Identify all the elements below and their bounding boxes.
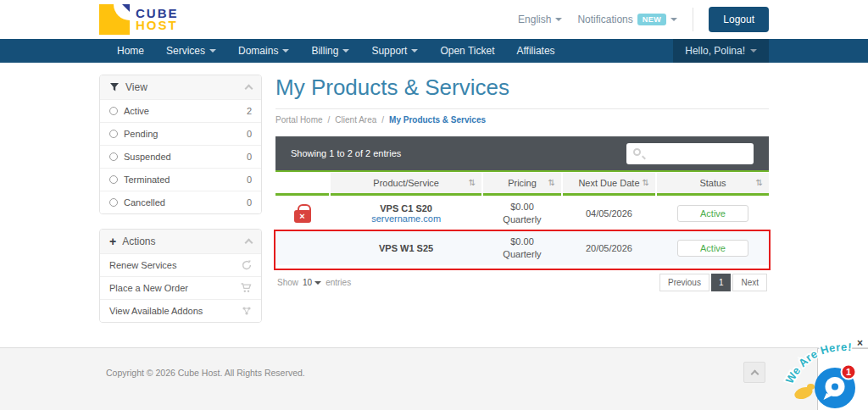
action-place-new-order[interactable]: Place a New Order — [100, 276, 261, 299]
nav-label: Services — [166, 45, 205, 57]
action-renew-services[interactable]: Renew Services — [100, 253, 261, 276]
radio-icon — [109, 175, 118, 184]
user-menu[interactable]: Hello, Polina! — [673, 39, 769, 63]
chat-widget[interactable]: 1 We Are Here! — [783, 332, 868, 410]
table-search-input[interactable] — [626, 143, 754, 164]
chat-close-button[interactable]: × — [857, 337, 863, 349]
previous-page-button[interactable]: Previous — [659, 274, 709, 291]
billing-cycle: Quarterly — [483, 213, 561, 226]
logout-button[interactable]: Logout — [709, 7, 769, 32]
nav-item-affiliates[interactable]: Affiliates — [505, 39, 565, 63]
language-selector[interactable]: English — [518, 14, 562, 25]
next-due-date: 20/05/2026 — [563, 243, 655, 253]
nav-item-services[interactable]: Services — [155, 39, 227, 63]
page-size-select[interactable]: 10 — [303, 278, 321, 287]
header-label: Pricing — [508, 178, 537, 188]
products-table: Showing 1 to 2 of 2 entries Product/Serv… — [275, 136, 769, 291]
table-row[interactable]: VPS W1 S25 $0.00 Quarterly 20/05/2026 Ac… — [275, 230, 769, 265]
filter-label: Active — [124, 106, 149, 116]
header-label: Status — [699, 178, 726, 188]
table-header-row: Product/Service ⇅ Pricing ⇅ Next Due Dat… — [275, 173, 769, 196]
filter-suspended[interactable]: Suspended 0 — [100, 145, 261, 168]
sort-icon: ⇅ — [548, 178, 555, 187]
notifications-menu[interactable]: Notifications NEW — [577, 14, 677, 25]
nav-label: Open Ticket — [440, 45, 494, 57]
filter-label: Cancelled — [124, 197, 165, 208]
divider — [275, 108, 769, 109]
sort-icon: ⇅ — [643, 178, 649, 187]
filter-label: Pending — [124, 129, 158, 139]
filter-pending[interactable]: Pending 0 — [100, 122, 261, 145]
sidebar: View Active 2 Pending 0 Suspended 0 — [99, 75, 262, 337]
table-toolbar: Showing 1 to 2 of 2 entries — [275, 136, 769, 170]
product-domain-link[interactable]: servername.com — [331, 213, 481, 224]
billing-cycle: Quarterly — [483, 248, 561, 261]
logo-text: CUBE HOST — [136, 8, 179, 31]
header-product-service[interactable]: Product/Service ⇅ — [331, 173, 481, 196]
scroll-to-top-button[interactable] — [743, 362, 765, 383]
filter-label: Terminated — [124, 175, 170, 185]
nav-item-domains[interactable]: Domains — [227, 39, 300, 63]
divider — [275, 170, 769, 172]
header-icon-column — [275, 173, 329, 196]
addons-icon — [242, 306, 252, 316]
radio-icon — [109, 130, 118, 138]
breadcrumb-portal-home[interactable]: Portal Home — [275, 115, 323, 125]
actions-panel-header[interactable]: + Actions — [100, 230, 261, 253]
filter-active[interactable]: Active 2 — [100, 99, 261, 122]
breadcrumb-client-area[interactable]: Client Area — [335, 115, 376, 125]
price: $0.00 — [483, 235, 561, 248]
next-page-button[interactable]: Next — [732, 274, 767, 291]
filter-count: 0 — [247, 129, 252, 139]
chevron-down-icon — [342, 49, 349, 53]
refresh-icon — [242, 260, 252, 270]
view-panel: View Active 2 Pending 0 Suspended 0 — [99, 75, 262, 214]
show-label: Show — [277, 278, 298, 287]
current-page-button[interactable]: 1 — [711, 274, 732, 291]
product-name: VPS C1 S20 — [331, 203, 481, 213]
chevron-up-icon — [245, 239, 253, 247]
lock-icon: × — [294, 210, 311, 223]
chevron-up-icon — [750, 370, 759, 379]
nav-item-open-ticket[interactable]: Open Ticket — [429, 39, 505, 63]
radio-icon — [109, 152, 118, 161]
nav-label: Support — [371, 45, 407, 57]
pagination: Previous 1 Next — [659, 274, 767, 291]
table-row[interactable]: × VPS C1 S20 servername.com $0.00 Quarte… — [275, 196, 769, 230]
nav-item-home[interactable]: Home — [106, 39, 155, 63]
logo-line-2: HOST — [136, 19, 179, 31]
view-panel-title: View — [125, 81, 147, 93]
chevron-down-icon — [555, 18, 562, 21]
filter-terminated[interactable]: Terminated 0 — [100, 168, 261, 191]
view-panel-header[interactable]: View — [100, 75, 261, 99]
filter-icon — [109, 82, 120, 92]
cube-host-logo[interactable]: CUBE HOST — [99, 4, 179, 35]
action-view-available-addons[interactable]: View Available Addons — [100, 299, 261, 322]
svg-text:1: 1 — [846, 367, 851, 377]
nav-item-support[interactable]: Support — [360, 39, 429, 63]
logo-mark-icon — [99, 4, 130, 35]
header-status[interactable]: Status ⇅ — [657, 173, 769, 196]
cart-icon — [241, 283, 252, 293]
filter-count: 2 — [247, 106, 252, 116]
header-next-due-date[interactable]: Next Due Date ⇅ — [563, 173, 655, 196]
chevron-down-icon — [411, 49, 418, 53]
nav-item-billing[interactable]: Billing — [300, 39, 360, 63]
user-greeting: Hello, Polina! — [685, 45, 745, 57]
unread-count-badge: 1 — [842, 365, 856, 380]
filter-count: 0 — [247, 152, 252, 162]
plus-icon: + — [109, 237, 116, 246]
filter-cancelled[interactable]: Cancelled 0 — [100, 191, 261, 213]
entries-label: entries — [326, 278, 351, 287]
new-badge: NEW — [637, 14, 667, 25]
header-pricing[interactable]: Pricing ⇅ — [483, 173, 561, 196]
page-footer: Copyright © 2026 Cube Host. All Rights R… — [0, 347, 868, 410]
status-badge[interactable]: Active — [677, 240, 748, 257]
status-badge[interactable]: Active — [677, 205, 748, 222]
filter-count: 0 — [247, 197, 252, 208]
language-label: English — [518, 14, 551, 25]
chevron-down-icon — [282, 49, 289, 53]
main-content: My Products & Services Portal Home / Cli… — [275, 75, 769, 291]
actions-panel-title: Actions — [122, 235, 155, 247]
search-icon — [633, 148, 641, 156]
